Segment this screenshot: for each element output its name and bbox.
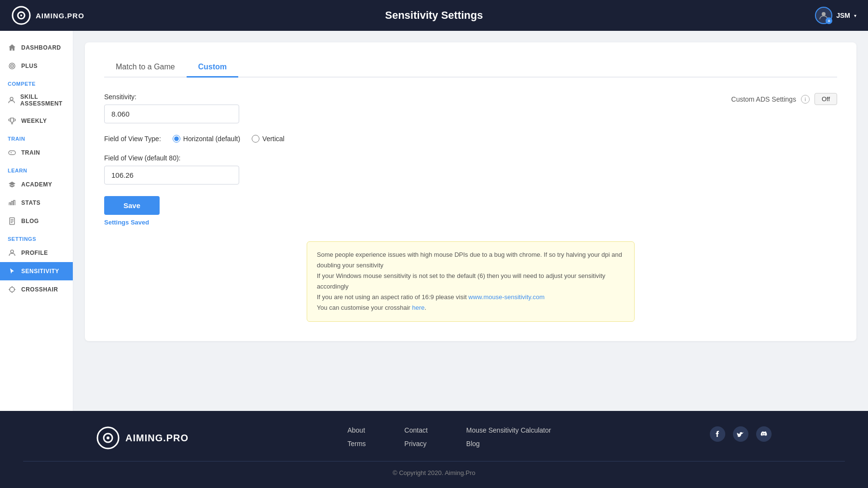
sidebar-item-plus[interactable]: PLUS xyxy=(0,57,73,75)
user-icon xyxy=(8,249,16,257)
chevron-down-icon: ▾ xyxy=(854,13,856,18)
sensitivity-field-row: Sensitivity: xyxy=(104,93,731,123)
sidebar-item-profile[interactable]: PROFILE xyxy=(0,244,73,262)
sensitivity-label: SENSITIVITY xyxy=(21,268,59,275)
sidebar-item-skill-assessment[interactable]: SKILL ASSESSMENT xyxy=(0,89,73,112)
fov-input[interactable] xyxy=(104,166,239,185)
twitter-icon[interactable] xyxy=(733,426,748,442)
info-line-2: If your Windows mouse sensitivity is not… xyxy=(317,271,624,292)
settings-section-label: SETTINGS xyxy=(0,230,73,244)
user-menu[interactable]: + JSM ▾ xyxy=(815,7,856,24)
footer-link-blog[interactable]: Blog xyxy=(466,440,551,448)
top-header: AIMING.PRO Sensitivity Settings + JSM ▾ xyxy=(0,0,868,31)
footer-col-3: Mouse Sensitivity Calculator Blog xyxy=(466,426,551,448)
page-title: Sensitivity Settings xyxy=(385,9,483,22)
svg-point-6 xyxy=(12,66,13,66)
sidebar-item-blog[interactable]: BLOG xyxy=(0,212,73,230)
fov-horizontal-option[interactable]: Horizontal (default) xyxy=(173,135,240,143)
sidebar-item-dashboard[interactable]: DASHBOARD xyxy=(0,39,73,57)
svg-point-7 xyxy=(10,97,13,100)
sidebar-item-stats[interactable]: STATS xyxy=(0,194,73,212)
footer-logo: AIMING.PRO xyxy=(96,426,189,449)
academy-label: ACADEMY xyxy=(21,181,52,188)
footer-link-about[interactable]: About xyxy=(347,426,366,434)
person-icon xyxy=(8,96,15,105)
sidebar-item-train[interactable]: TRAIN xyxy=(0,144,73,162)
mouse-sensitivity-link[interactable]: www.mouse-sensitivity.com xyxy=(468,293,544,301)
footer-logo-icon xyxy=(96,426,120,449)
footer-social xyxy=(710,426,772,442)
content-area: Match to a Game Custom Sensitivity: Fie xyxy=(73,31,868,411)
footer-copyright: © Copyright 2020. Aiming.Pro xyxy=(23,461,845,476)
cursor-icon xyxy=(8,267,16,276)
fov-horizontal-label: Horizontal (default) xyxy=(183,135,240,143)
chart-icon xyxy=(8,198,16,207)
graduation-icon xyxy=(8,180,16,189)
settings-saved-text: Settings Saved xyxy=(104,219,731,226)
footer-link-mouse-calc[interactable]: Mouse Sensitivity Calculator xyxy=(466,426,551,434)
svg-point-14 xyxy=(107,436,109,439)
compete-section-label: COMPETE xyxy=(0,75,73,89)
discord-icon[interactable] xyxy=(756,426,772,442)
tabs: Match to a Game Custom xyxy=(104,58,837,78)
info-line-1: Some people experience issues with high … xyxy=(317,250,624,271)
crosshair-link[interactable]: here xyxy=(412,304,425,311)
fov-vertical-label: Vertical xyxy=(262,135,285,143)
footer-col-2: Contact Privacy xyxy=(405,426,428,448)
ads-label: Custom ADS Settings xyxy=(731,95,796,103)
footer-link-terms[interactable]: Terms xyxy=(347,440,366,448)
svg-point-3 xyxy=(822,12,826,16)
skill-assessment-label: SKILL ASSESSMENT xyxy=(20,93,65,107)
home-icon xyxy=(8,43,16,52)
save-button[interactable]: Save xyxy=(104,196,160,215)
sidebar-item-academy[interactable]: ACADEMY xyxy=(0,175,73,194)
avatar-plus-icon: + xyxy=(826,17,832,24)
fov-field-row: Field of View (default 80): xyxy=(104,154,731,185)
footer-link-privacy[interactable]: Privacy xyxy=(405,440,428,448)
dashboard-label: DASHBOARD xyxy=(21,44,61,51)
footer-link-contact[interactable]: Contact xyxy=(405,426,428,434)
sensitivity-input[interactable] xyxy=(104,105,239,123)
plus-label: PLUS xyxy=(21,63,38,69)
train-label: TRAIN xyxy=(21,149,40,156)
svg-point-10 xyxy=(11,250,14,253)
target-icon xyxy=(8,62,16,70)
svg-point-11 xyxy=(10,287,14,292)
logo-text: AIMING.PRO xyxy=(36,12,84,20)
logo-icon xyxy=(12,6,31,25)
user-name: JSM xyxy=(836,12,850,19)
weekly-label: WEEKLY xyxy=(21,118,47,124)
footer: AIMING.PRO About Terms Contact Privacy M… xyxy=(0,411,868,488)
learn-section-label: LEARN xyxy=(0,162,73,175)
blog-label: BLOG xyxy=(21,218,39,224)
footer-logo-text: AIMING.PRO xyxy=(125,433,189,444)
tab-match-to-game[interactable]: Match to a Game xyxy=(104,58,187,78)
sidebar-item-sensitivity[interactable]: SENSITIVITY xyxy=(0,262,73,280)
file-icon xyxy=(8,217,16,225)
facebook-icon[interactable] xyxy=(710,426,725,442)
sidebar-item-crosshair[interactable]: CROSSHAIR xyxy=(0,280,73,299)
svg-point-2 xyxy=(20,14,22,16)
info-line-4-prefix: You can customise your crosshair xyxy=(317,304,412,311)
stats-label: STATS xyxy=(21,199,41,206)
fov-type-label: Field of View Type: xyxy=(104,135,161,143)
tab-custom[interactable]: Custom xyxy=(187,58,239,78)
svg-rect-8 xyxy=(9,151,15,155)
logo-area: AIMING.PRO xyxy=(12,6,84,25)
sidebar: DASHBOARD PLUS COMPETE SKILL ASSESSMENT … xyxy=(0,31,73,411)
footer-links-group: About Terms Contact Privacy Mouse Sensit… xyxy=(347,426,551,448)
fov-vertical-radio[interactable] xyxy=(252,135,259,143)
fov-label: Field of View (default 80): xyxy=(104,154,731,162)
info-line-3: If you are not using an aspect ratio of … xyxy=(317,292,624,303)
footer-inner: AIMING.PRO About Terms Contact Privacy M… xyxy=(96,426,772,449)
profile-label: PROFILE xyxy=(21,250,48,256)
sensitivity-label: Sensitivity: xyxy=(104,93,731,101)
info-box: Some people experience issues with high … xyxy=(307,241,635,322)
sidebar-item-weekly[interactable]: WEEKLY xyxy=(0,112,73,130)
main-layout: DASHBOARD PLUS COMPETE SKILL ASSESSMENT … xyxy=(0,31,868,411)
ads-toggle-button[interactable]: Off xyxy=(814,93,837,105)
ads-info-icon[interactable]: i xyxy=(801,95,810,104)
fov-vertical-option[interactable]: Vertical xyxy=(252,135,285,143)
fov-horizontal-radio[interactable] xyxy=(173,135,180,143)
train-section-label: TRAIN xyxy=(0,130,73,144)
